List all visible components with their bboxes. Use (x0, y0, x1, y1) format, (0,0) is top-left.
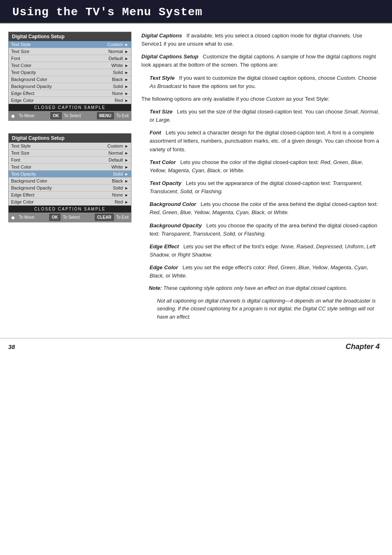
background-opacity-title: Background Opacity (150, 222, 202, 229)
note-block: Note: These captioning style options onl… (149, 284, 380, 321)
text-opacity-section: Text Opacity Lets you set the appearance… (150, 179, 380, 196)
note2-text: Not all captioning on digital channels i… (157, 298, 376, 320)
text-color-title: Text Color (150, 159, 176, 165)
menu-row-label: Text Size (11, 150, 100, 155)
menu-row-arrow: ► (125, 144, 129, 148)
menu-row-value: None (100, 192, 123, 197)
menu-row[interactable]: Background Opacity Solid ► (9, 185, 131, 192)
menu-row[interactable]: Background Opacity Solid ► (9, 83, 131, 90)
panel1-rows: Text Style Custom ► Text Size Normal ► F… (9, 41, 131, 104)
panel1-ok-btn[interactable]: OK (51, 112, 62, 119)
menu-row-label: Edge Color (11, 199, 100, 204)
menu-row-value: Normal (100, 150, 123, 155)
menu-row-label: Background Color (11, 178, 100, 183)
menu-row-label: Text Style (11, 42, 100, 47)
menu-row-arrow: ► (125, 91, 129, 96)
edge-effect-section: Edge Effect Lets you set the effect of t… (150, 243, 380, 259)
menu-panel-1: Digital Captions Setup Text Style Custom… (8, 32, 131, 121)
text-size-section: Text Size Lets you set the size of the d… (150, 108, 380, 124)
menu-row-arrow: ► (125, 49, 129, 54)
menu-row[interactable]: Text Size Normal ► (9, 150, 131, 157)
menu-row[interactable]: Text Style Custom ► (9, 143, 131, 150)
menu-row[interactable]: Background Color Black ► (9, 76, 131, 83)
menu-row[interactable]: Text Opacity Solid ► (9, 171, 131, 178)
menu-row-arrow: ► (125, 193, 129, 197)
menu-row[interactable]: Edge Effect None ► (9, 192, 131, 199)
menu-row-label: Edge Effect (11, 91, 100, 96)
panel1-move-arrow: ◆ (11, 113, 15, 119)
page-footer: 38 Chapter 4 (0, 338, 392, 355)
panel1-title: Digital Captions Setup (9, 32, 131, 41)
menu-row[interactable]: Background Color Black ► (9, 178, 131, 185)
menu-row-label: Background Color (11, 77, 100, 82)
edge-effect-title: Edge Effect (150, 243, 179, 250)
text-style-body: If you want to customize the digital clo… (150, 75, 376, 89)
text-size-body: Lets you set the size of the digital clo… (150, 109, 379, 123)
panel2-move-label: To Move (19, 215, 35, 220)
menu-row-value: Custom (100, 42, 123, 47)
menu-row[interactable]: Font Default ► (9, 55, 131, 62)
chapter-label: Chapter 4 (346, 342, 380, 351)
menu-row-arrow: ► (125, 56, 129, 61)
menu-row-value: Custom (100, 143, 123, 148)
menu-row-value: Black (100, 77, 123, 82)
menu-row-arrow: ► (125, 179, 129, 183)
menu-row-label: Edge Effect (11, 192, 100, 197)
menu-row-label: Edge Color (11, 98, 100, 103)
menu-row[interactable]: Edge Effect None ► (9, 90, 131, 97)
text-color-body: Lets you choose the color of the digital… (150, 159, 363, 173)
menu-row[interactable]: Text Color White ► (9, 164, 131, 171)
menu-row[interactable]: Text Color White ► (9, 62, 131, 69)
menu-row-label: Text Style (11, 143, 100, 148)
custom-only-note: The following options are only available… (141, 95, 380, 103)
font-body: Lets you select a character design for t… (150, 130, 379, 152)
panel1-menu-btn[interactable]: MENU (97, 112, 114, 119)
edge-color-title: Edge Color (150, 264, 178, 271)
panel2-select-label: To Select (63, 215, 80, 220)
note2: Not all captioning on digital channels i… (157, 297, 380, 321)
menu-row-arrow: ► (125, 63, 129, 68)
menu-row-label: Background Opacity (11, 84, 100, 89)
panel1-caption-sample: CLOSED CAPTION SAMPLE (9, 104, 131, 111)
menu-row[interactable]: Text Style Custom ► (9, 41, 131, 48)
menu-row-value: Normal (100, 49, 123, 54)
menu-row-label: Font (11, 157, 100, 162)
menu-row-value: White (100, 63, 123, 68)
menu-row[interactable]: Text Opacity Solid ► (9, 69, 131, 76)
menu-row[interactable]: Edge Color Red ► (9, 199, 131, 206)
panel1-footer: ◆ To Move OK To Select MENU To Exit (9, 111, 131, 120)
panel2-ok-btn[interactable]: OK (49, 214, 60, 221)
text-opacity-title: Text Opacity (150, 180, 182, 186)
menu-row[interactable]: Text Size Normal ► (9, 48, 131, 55)
panel2-exit-label: To Exit (116, 215, 129, 220)
edge-effect-body: Lets you set the effect of the font's ed… (150, 243, 376, 258)
menu-row-value: Solid (100, 84, 123, 89)
menu-row-arrow: ► (125, 98, 129, 103)
right-column: Digital Captions If available, lets you … (141, 32, 380, 326)
digital-captions-setup-title: Digital Captions Setup (141, 53, 198, 60)
panel1-move-label: To Move (19, 113, 35, 118)
menu-row-arrow: ► (125, 84, 129, 89)
menu-row-value: None (100, 91, 123, 96)
menu-row-value: Red (100, 98, 123, 103)
menu-row-label: Text Size (11, 49, 100, 54)
page-title: Using the TV's Menu System (12, 6, 380, 18)
page-header: Using the TV's Menu System (0, 0, 392, 23)
menu-row-arrow: ► (125, 158, 129, 162)
menu-row[interactable]: Font Default ► (9, 157, 131, 164)
panel2-move-arrow: ◆ (11, 215, 15, 220)
panel2-clear-btn[interactable]: CLEAR (95, 214, 114, 221)
panel2-caption-sample: CLOSED CAPTION SAMPLE (9, 206, 131, 213)
custom-note-text: The following options are only available… (141, 96, 330, 102)
menu-row-arrow: ► (125, 70, 129, 75)
menu-row-value: Default (100, 56, 123, 61)
left-column: Digital Captions Setup Text Style Custom… (8, 32, 131, 326)
digital-captions-setup-section: Digital Captions Setup Customize the dig… (141, 53, 380, 69)
text-size-title: Text Size (150, 109, 173, 115)
panel2-rows: Text Style Custom ► Text Size Normal ► F… (9, 143, 131, 206)
text-color-section: Text Color Lets you choose the color of … (150, 158, 380, 175)
menu-row[interactable]: Edge Color Red ► (9, 97, 131, 104)
menu-row-arrow: ► (125, 42, 129, 47)
menu-row-arrow: ► (125, 186, 129, 190)
panel2-footer: ◆ To Move OK To Select CLEAR To Exit (9, 213, 131, 222)
